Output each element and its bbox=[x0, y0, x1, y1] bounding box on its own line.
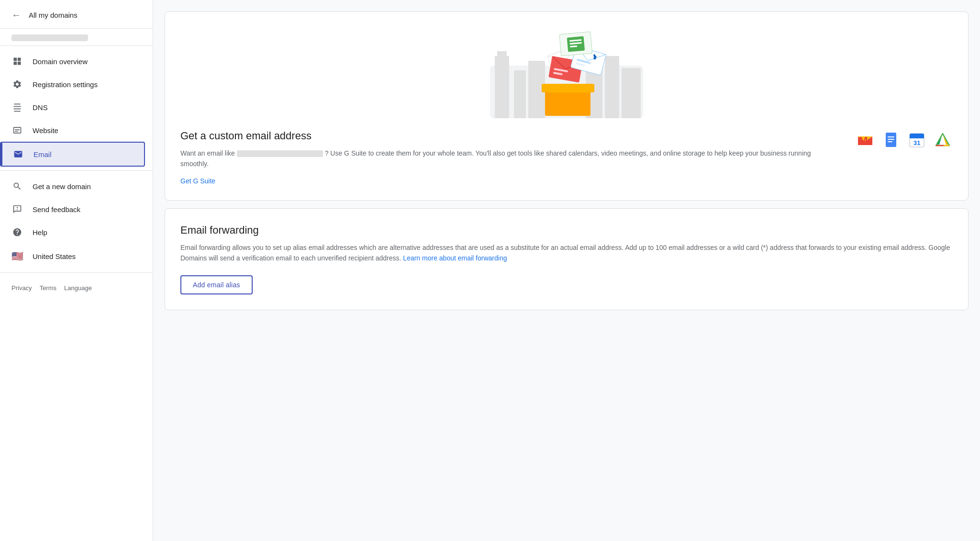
search-icon bbox=[11, 181, 23, 191]
language-link[interactable]: Language bbox=[64, 284, 92, 292]
nav-label-website: Website bbox=[33, 126, 58, 135]
svg-rect-44 bbox=[910, 137, 924, 138]
google-drive-icon bbox=[933, 130, 953, 150]
svg-rect-1 bbox=[495, 56, 509, 118]
forwarding-card-inner: Email forwarding Email forwarding allows… bbox=[165, 209, 968, 310]
svg-rect-8 bbox=[545, 90, 590, 116]
nav-label-get-new-domain: Get a new domain bbox=[33, 182, 91, 191]
sidebar-nav: Domain overview Registration settings DN… bbox=[0, 46, 153, 171]
help-icon bbox=[11, 227, 23, 237]
domain-text bbox=[11, 34, 88, 41]
sidebar-bottom-nav: Get a new domain Send feedback Help bbox=[0, 171, 153, 273]
sidebar-domain bbox=[0, 29, 153, 46]
sidebar-item-help[interactable]: Help bbox=[0, 221, 145, 244]
back-button[interactable]: ← All my domains bbox=[0, 0, 153, 29]
sidebar-footer: Privacy Terms Language bbox=[0, 273, 153, 303]
grid-icon bbox=[11, 56, 23, 66]
custom-email-body: Get a custom email address Want an email… bbox=[180, 130, 953, 185]
forwarding-desc: Email forwarding allows you to set up al… bbox=[180, 242, 953, 264]
main-content: Get a custom email address Want an email… bbox=[153, 0, 980, 541]
svg-rect-46 bbox=[933, 130, 953, 150]
get-gsuite-link[interactable]: Get G Suite bbox=[180, 177, 215, 185]
svg-text:M: M bbox=[859, 135, 868, 147]
svg-rect-9 bbox=[542, 84, 594, 92]
back-label: All my domains bbox=[29, 11, 78, 19]
sidebar-item-dns[interactable]: DNS bbox=[0, 96, 145, 119]
nav-label-united-states: United States bbox=[33, 252, 76, 260]
svg-rect-2 bbox=[497, 51, 507, 56]
svg-rect-39 bbox=[888, 139, 894, 140]
nav-label-registration-settings: Registration settings bbox=[33, 80, 98, 89]
sidebar-item-website[interactable]: Website bbox=[0, 119, 145, 142]
svg-rect-6 bbox=[605, 56, 619, 118]
sidebar-item-send-feedback[interactable]: Send feedback bbox=[0, 198, 145, 221]
illustration-area bbox=[180, 27, 953, 118]
google-calendar-icon: 31 bbox=[907, 130, 927, 150]
back-arrow-icon: ← bbox=[11, 10, 21, 21]
nav-label-email: Email bbox=[33, 150, 52, 158]
forwarding-desc-text: Email forwarding allows you to set up al… bbox=[180, 244, 950, 262]
desc-before: Want an email like bbox=[180, 149, 235, 157]
sidebar-item-email[interactable]: Email bbox=[0, 142, 145, 167]
svg-rect-38 bbox=[888, 136, 894, 137]
feedback-icon bbox=[11, 204, 23, 214]
nav-label-send-feedback: Send feedback bbox=[33, 205, 80, 214]
footer-links: Privacy Terms Language bbox=[0, 277, 153, 299]
sidebar: ← All my domains Domain overview R bbox=[0, 0, 153, 541]
nav-label-domain-overview: Domain overview bbox=[33, 57, 88, 66]
gsuite-icons: M 31 bbox=[855, 130, 953, 150]
desc-blurred-email bbox=[237, 150, 323, 157]
email-forwarding-card: Email forwarding Email forwarding allows… bbox=[165, 208, 969, 310]
sidebar-item-get-new-domain[interactable]: Get a new domain bbox=[0, 175, 145, 198]
custom-email-desc: Want an email like ? Use G Suite to crea… bbox=[180, 148, 840, 169]
gear-icon bbox=[11, 79, 23, 89]
learn-more-link[interactable]: Learn more about email forwarding bbox=[403, 254, 507, 262]
website-icon bbox=[11, 125, 23, 135]
add-email-alias-button[interactable]: Add email alias bbox=[180, 275, 253, 294]
svg-rect-7 bbox=[622, 68, 641, 118]
nav-label-help: Help bbox=[33, 228, 47, 237]
custom-email-text: Get a custom email address Want an email… bbox=[180, 130, 840, 185]
custom-email-card: Get a custom email address Want an email… bbox=[165, 11, 969, 201]
dns-icon bbox=[11, 102, 23, 112]
forwarding-title: Email forwarding bbox=[180, 224, 953, 237]
email-icon bbox=[12, 149, 24, 159]
terms-link[interactable]: Terms bbox=[40, 284, 56, 292]
svg-rect-3 bbox=[514, 70, 526, 118]
gmail-icon: M bbox=[855, 130, 875, 150]
sidebar-item-registration-settings[interactable]: Registration settings bbox=[0, 73, 145, 96]
sidebar-item-domain-overview[interactable]: Domain overview bbox=[0, 50, 145, 73]
email-illustration bbox=[490, 27, 643, 118]
privacy-link[interactable]: Privacy bbox=[11, 284, 32, 292]
flag-icon: 🇺🇸 bbox=[11, 250, 23, 262]
svg-rect-40 bbox=[888, 141, 892, 142]
nav-label-dns: DNS bbox=[33, 103, 48, 112]
svg-text:31: 31 bbox=[913, 139, 920, 147]
custom-email-title: Get a custom email address bbox=[180, 130, 840, 142]
sidebar-item-united-states[interactable]: 🇺🇸 United States bbox=[0, 244, 145, 269]
google-docs-icon bbox=[881, 130, 901, 150]
